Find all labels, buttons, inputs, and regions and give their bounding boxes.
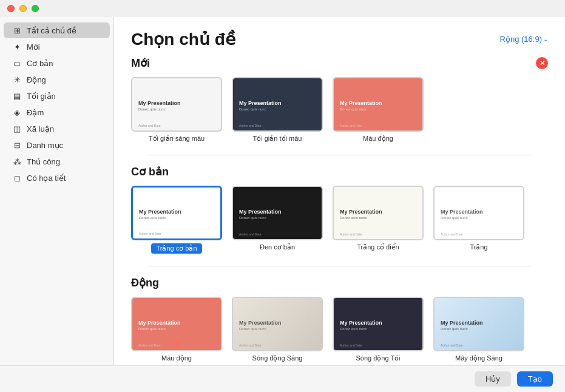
card-inner-song-dong-sang: My PresentationDonec quis nuncAuthor and… [233,298,322,350]
sidebar-item-xa-luan[interactable]: ◫ Xã luận [4,121,110,137]
template-card-trang-co-ban[interactable]: My PresentationDonec quis nuncAuthor and… [131,186,222,240]
template-may-dong-sang[interactable]: My PresentationDonec quis nuncAuthor and… [433,297,524,362]
maximize-button[interactable] [32,5,39,12]
sidebar-item-danh-muc[interactable]: ⊟ Danh mục [4,137,110,153]
template-label-trang: Trắng [470,243,487,251]
template-toi-gian-toi[interactable]: My PresentationDonec quis nuncAuthor and… [232,77,323,143]
sidebar-item-thu-cong[interactable]: ⁂ Thủ công [4,154,110,169]
card-inner-mau-dong: My PresentationDonec quis nuncAuthor and… [334,78,422,130]
dong-icon: ✳ [12,75,22,84]
sidebar: ⊞ Tất cả chủ đề ✦ Mới ▭ Cơ bản ✳ Động ▤ … [0,17,114,365]
card-author-trang-co-dien: Author and Date [340,232,362,236]
card-subtitle-toi-gian-sang: Donec quis nunc [138,107,215,111]
sidebar-item-toi-gian[interactable]: ▤ Tối giản [4,88,110,104]
co_ban-title: Cơ bản [131,165,169,178]
sidebar-item-co-ban[interactable]: ▭ Cơ bản [4,55,110,71]
card-subtitle-song-dong-toi: Donec quis nunc [340,327,416,331]
card-subtitle-toi-gian-toi: Donec quis nunc [239,107,316,111]
card-title-den-co-ban: My Presentation [239,209,316,215]
card-subtitle-song-dong-sang: Donec quis nunc [239,327,316,331]
co_ban-grid: My PresentationDonec quis nuncAuthor and… [131,186,548,254]
sidebar-item-dong[interactable]: ✳ Động [4,72,110,87]
sidebar-label-dam: Đậm [27,108,44,117]
dong-header: Động [131,276,548,289]
template-den-co-ban[interactable]: My PresentationDonec quis nuncAuthor and… [232,186,323,254]
sidebar-label-co-ban: Cơ bản [27,59,53,68]
template-label-trang-co-dien: Trắng cổ điển [357,243,399,251]
template-card-song-dong-sang[interactable]: My PresentationDonec quis nuncAuthor and… [232,297,323,351]
template-label-trang-co-ban: Trắng cơ bản [151,243,201,254]
card-inner-toi-gian-sang: My PresentationDonec quis nuncAuthor and… [132,78,221,130]
thu-cong-icon: ⁂ [12,157,22,166]
titlebar [0,0,565,17]
sidebar-item-dam[interactable]: ◈ Đậm [4,104,110,120]
card-author-toi-gian-sang: Author and Date [138,124,160,127]
card-author-song-dong-toi: Author and Date [340,343,362,347]
co-hoa-tiet-icon: ◻ [12,173,22,183]
card-title-song-dong-toi: My Presentation [340,320,416,326]
divider [148,266,531,266]
card-title-toi-gian-toi: My Presentation [239,100,316,106]
sidebar-label-toi-gian: Tối giản [27,92,56,101]
cancel-button[interactable]: Hủy [475,371,511,387]
sidebar-item-moi[interactable]: ✦ Mới [4,39,110,55]
template-song-dong-toi[interactable]: My PresentationDonec quis nuncAuthor and… [333,297,424,362]
main-layout: ⊞ Tất cả chủ đề ✦ Mới ▭ Cơ bản ✳ Động ▤ … [0,17,565,365]
template-card-trang[interactable]: My PresentationDonec quis nuncAuthor and… [433,186,524,240]
tat-ca-icon: ⊞ [12,25,22,35]
sidebar-label-co-hoa-tiet: Có họa tiết [27,174,66,183]
sidebar-label-danh-muc: Danh mục [27,141,63,150]
card-title-mau-dong-2: My Presentation [138,320,215,326]
sidebar-item-tat-ca[interactable]: ⊞ Tất cả chủ đề [4,22,110,38]
dot-indicator-mau-dong-2 [174,342,179,346]
content-header: Chọn chủ đề Rộng (16:9) ⌄ [114,17,565,56]
template-trang-co-ban[interactable]: My PresentationDonec quis nuncAuthor and… [131,186,222,254]
dong-title: Động [131,276,159,289]
moi-grid: My PresentationDonec quis nuncAuthor and… [131,77,548,143]
template-card-den-co-ban[interactable]: My PresentationDonec quis nuncAuthor and… [232,186,323,240]
template-label-song-dong-sang: Sóng động Sáng [252,354,303,362]
template-card-song-dong-toi[interactable]: My PresentationDonec quis nuncAuthor and… [333,297,424,351]
template-mau-dong-2[interactable]: My PresentationDonec quis nuncAuthor and… [131,297,222,362]
close-button[interactable] [7,5,15,12]
sidebar-label-tat-ca: Tất cả chủ đề [27,26,76,35]
template-card-mau-dong[interactable]: My PresentationDonec quis nuncAuthor and… [333,77,424,132]
template-toi-gian-sang[interactable]: My PresentationDonec quis nuncAuthor and… [131,77,222,143]
card-inner-trang-co-dien: My PresentationDonec quis nuncAuthor and… [334,187,422,239]
template-card-may-dong-sang[interactable]: My PresentationDonec quis nuncAuthor and… [433,297,524,351]
card-inner-den-co-ban: My PresentationDonec quis nuncAuthor and… [233,187,322,239]
co_ban-header: Cơ bản [131,165,548,178]
card-subtitle-mau-dong-2: Donec quis nunc [138,327,215,331]
card-author-song-dong-sang: Author and Date [239,343,261,347]
template-trang-co-dien[interactable]: My PresentationDonec quis nuncAuthor and… [333,186,424,254]
dong-grid: My PresentationDonec quis nuncAuthor and… [131,297,548,362]
section-close-button[interactable]: ✕ [536,57,548,69]
sections-container: Mới✕My PresentationDonec quis nuncAuthor… [114,56,565,365]
aspect-selector[interactable]: Rộng (16:9) ⌄ [500,35,548,44]
sidebar-item-co-hoa-tiet[interactable]: ◻ Có họa tiết [4,170,110,186]
template-card-trang-co-dien[interactable]: My PresentationDonec quis nuncAuthor and… [333,186,424,240]
card-title-may-dong-sang: My Presentation [441,320,517,326]
template-song-dong-sang[interactable]: My PresentationDonec quis nuncAuthor and… [232,297,323,362]
template-mau-dong[interactable]: My PresentationDonec quis nuncAuthor and… [333,77,424,143]
section-moi: Mới✕My PresentationDonec quis nuncAuthor… [114,56,565,155]
card-inner-trang-co-ban: My PresentationDonec quis nuncAuthor and… [133,188,220,238]
card-author-trang: Author and Date [441,232,462,236]
sidebar-label-dong: Động [27,75,46,84]
page-title: Chọn chủ đề [131,29,235,49]
moi-icon: ✦ [12,42,22,52]
template-card-toi-gian-toi[interactable]: My PresentationDonec quis nuncAuthor and… [232,77,323,132]
danh-muc-icon: ⊟ [12,140,22,150]
card-author-trang-co-ban: Author and Date [139,232,161,235]
template-label-mau-dong: Màu động [363,135,393,143]
template-card-toi-gian-sang[interactable]: My PresentationDonec quis nuncAuthor and… [131,77,222,132]
template-trang[interactable]: My PresentationDonec quis nuncAuthor and… [433,186,524,254]
minimize-button[interactable] [19,5,27,12]
template-label-mau-dong-2: Màu động [161,354,192,362]
create-button[interactable]: Tạo [517,371,553,387]
card-inner-may-dong-sang: My PresentationDonec quis nuncAuthor and… [435,298,523,350]
section-co_ban: Cơ bảnMy PresentationDonec quis nuncAuth… [114,155,565,266]
aspect-label: Rộng (16:9) [500,35,542,44]
toi-gian-icon: ▤ [12,91,22,101]
card-author-den-co-ban: Author and Date [239,232,261,236]
